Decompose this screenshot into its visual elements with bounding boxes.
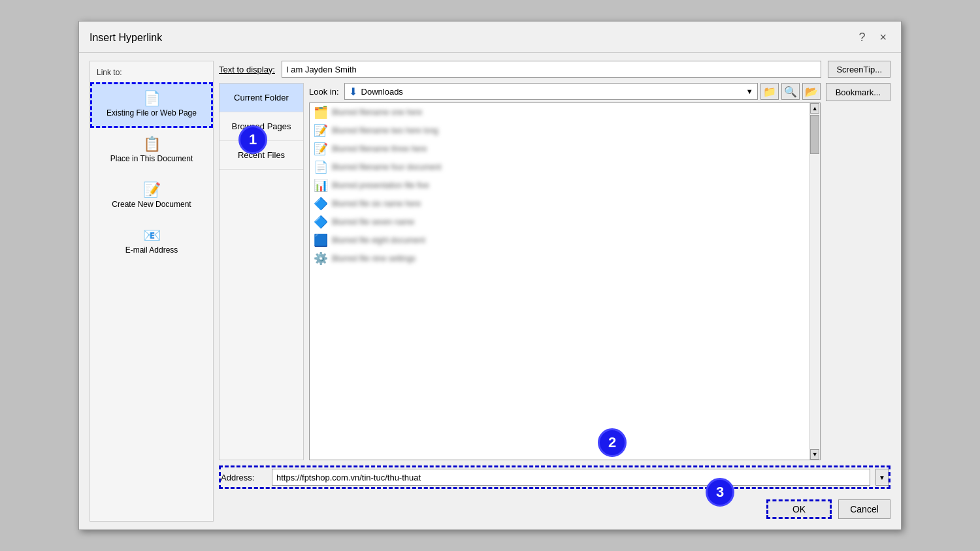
text-display-label: Text to display: (219, 65, 275, 74)
file-icon: 🔷 (314, 215, 328, 229)
list-item[interactable]: 🔷 Blurred file seven name (310, 213, 809, 231)
new-folder-button[interactable]: 📂 (802, 83, 821, 100)
bookmark-button[interactable]: Bookmark... (826, 83, 890, 101)
close-button[interactable]: × (875, 29, 890, 46)
web-search-icon: 🔍 (784, 86, 797, 98)
current-folder-name: Downloads (361, 87, 742, 97)
ok-button[interactable]: OK (766, 499, 832, 519)
screentip-button[interactable]: ScreenTip... (828, 61, 890, 78)
text-display-row: Text to display: ScreenTip... (219, 61, 890, 78)
right-panel: Bookmark... (826, 83, 890, 460)
file-icon: 📄 (314, 160, 328, 174)
sidebar-item-place-in-doc[interactable]: 📋 Place in This Document (90, 128, 213, 174)
downloads-arrow-icon: ⬇ (349, 86, 357, 98)
cancel-button[interactable]: Cancel (838, 499, 890, 519)
text-display-input[interactable] (282, 61, 821, 78)
create-new-icon: 📝 (143, 183, 161, 197)
file-icon: 🗂️ (314, 105, 328, 119)
sidebar-create-new-label: Create New Document (112, 200, 191, 210)
main-content: Text to display: ScreenTip... Current Fo… (219, 61, 890, 522)
new-folder-icon: 📂 (805, 86, 818, 98)
insert-hyperlink-dialog: Insert Hyperlink ? × Link to: 📄 Existing… (78, 21, 902, 530)
file-list-container: 🗂️ Blurred filename one here 📝 Blurred f… (309, 102, 821, 460)
scrollbar-thumb[interactable] (810, 115, 819, 154)
sidebar-existing-file-label: Existing File or Web Page (106, 108, 197, 119)
dialog-body: Link to: 📄 Existing File or Web Page 📋 P… (79, 53, 901, 529)
sidebar-item-email[interactable]: 📧 E-mail Address (90, 219, 213, 265)
bottom-buttons-row: OK Cancel (219, 494, 890, 522)
file-icon: 🔷 (314, 197, 328, 211)
place-in-doc-icon: 📋 (143, 137, 161, 151)
address-input[interactable] (272, 469, 870, 486)
browser-section-wrapper: Current Folder Browsed Pages Recent File… (219, 83, 890, 460)
scrollbar[interactable]: ▲ ▼ (809, 103, 820, 460)
address-label: Address: (221, 473, 267, 482)
file-icon: 📊 (314, 178, 328, 193)
file-icon: ⚙️ (314, 251, 328, 266)
help-button[interactable]: ? (855, 29, 869, 46)
title-bar-controls: ? × (855, 29, 890, 46)
file-list: 🗂️ Blurred filename one here 📝 Blurred f… (310, 103, 809, 460)
list-item[interactable]: 🟦 Blurred file eight document (310, 231, 809, 249)
email-icon: 📧 (143, 228, 161, 243)
step-badge-2: 2 (598, 428, 627, 457)
dropdown-chevron-icon: ▼ (746, 87, 753, 95)
list-item[interactable]: 📄 Blurred filename four document (310, 158, 809, 176)
web-search-button[interactable]: 🔍 (781, 83, 800, 100)
file-icon: 🟦 (314, 233, 328, 247)
list-item[interactable]: 📊 Blurred presentation file five (310, 176, 809, 195)
step-badge-3: 3 (706, 478, 734, 507)
list-item[interactable]: 📝 Blurred filename three here (310, 140, 809, 158)
scroll-down-button[interactable]: ▼ (810, 449, 819, 460)
scroll-up-button[interactable]: ▲ (810, 103, 819, 114)
dialog-title: Insert Hyperlink (90, 32, 162, 44)
sub-nav-current-folder[interactable]: Current Folder (220, 84, 303, 112)
link-to-sidebar: Link to: 📄 Existing File or Web Page 📋 P… (90, 61, 214, 522)
folder-dropdown[interactable]: ⬇ Downloads ▼ (344, 83, 758, 100)
look-in-label: Look in: (309, 87, 339, 97)
existing-file-icon: 📄 (143, 91, 161, 106)
address-row: Address: ▼ (219, 465, 890, 489)
sidebar-item-existing-file[interactable]: 📄 Existing File or Web Page (90, 82, 213, 128)
lookup-row: Look in: ⬇ Downloads ▼ 📁 (309, 83, 821, 100)
sidebar-item-create-new[interactable]: 📝 Create New Document (90, 174, 213, 219)
title-bar: Insert Hyperlink ? × (79, 22, 901, 53)
list-item[interactable]: ⚙️ Blurred file nine settings (310, 249, 809, 268)
up-folder-button[interactable]: 📁 (760, 83, 779, 100)
list-item[interactable]: 📝 Blurred filename two here long (310, 121, 809, 140)
file-icon: 📝 (314, 142, 328, 156)
step-badge-1: 1 (238, 125, 267, 154)
file-icon: 📝 (314, 123, 328, 138)
address-dropdown-button[interactable]: ▼ (875, 469, 889, 486)
up-folder-icon: 📁 (763, 86, 776, 98)
list-item[interactable]: 🗂️ Blurred filename one here (310, 103, 809, 121)
list-item[interactable]: 🔷 Blurred file six name here (310, 195, 809, 213)
sidebar-email-label: E-mail Address (125, 245, 178, 256)
link-to-label: Link to: (90, 65, 213, 82)
sidebar-place-in-doc-label: Place in This Document (110, 154, 193, 165)
